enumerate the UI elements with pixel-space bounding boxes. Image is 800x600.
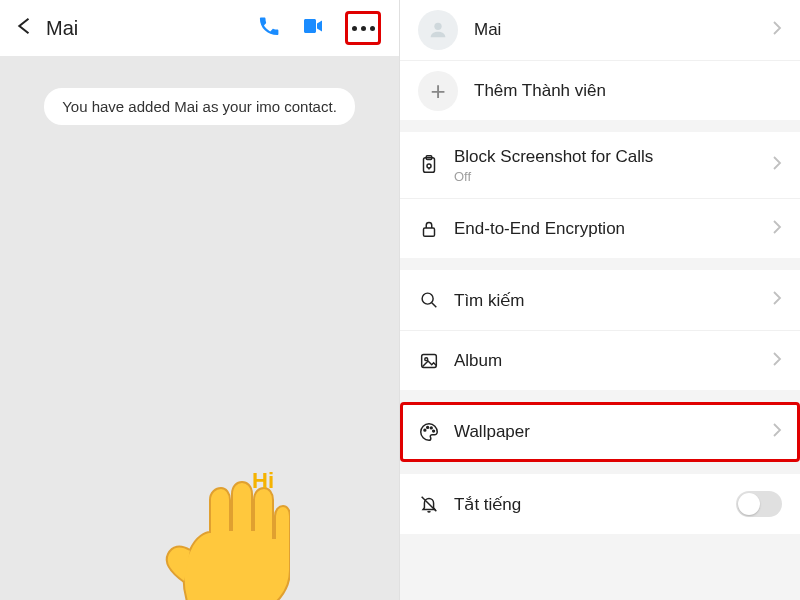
encryption-row[interactable]: End-to-End Encryption — [400, 198, 800, 258]
voice-call-icon[interactable] — [257, 14, 281, 42]
sticker-text: Hi — [252, 468, 274, 494]
mute-toggle[interactable] — [736, 491, 782, 517]
palette-icon — [418, 421, 454, 443]
video-call-icon[interactable] — [301, 14, 325, 42]
chevron-right-icon — [772, 20, 782, 40]
search-icon — [418, 289, 454, 311]
lock-icon — [418, 218, 454, 240]
bell-off-icon — [418, 493, 454, 515]
settings-panel: Mai + Thêm Thành viên Block Screenshot f… — [400, 0, 800, 600]
wallpaper-label: Wallpaper — [454, 422, 772, 442]
encryption-label: End-to-End Encryption — [454, 219, 772, 239]
wallpaper-row[interactable]: Wallpaper — [400, 402, 800, 462]
wave-sticker[interactable]: Hi — [150, 470, 290, 600]
add-member-row[interactable]: + Thêm Thành viên — [400, 60, 800, 120]
section-divider — [400, 120, 800, 132]
svg-point-5 — [422, 293, 433, 304]
chat-panel: Mai You have added Mai as your imo conta… — [0, 0, 400, 600]
section-divider — [400, 258, 800, 270]
add-member-label: Thêm Thành viên — [474, 81, 782, 101]
chevron-right-icon — [772, 290, 782, 310]
section-divider — [400, 462, 800, 474]
block-screenshot-row[interactable]: Block Screenshot for Calls Off — [400, 132, 800, 198]
clipboard-lock-icon — [418, 154, 454, 176]
image-icon — [418, 350, 454, 372]
svg-point-11 — [433, 430, 435, 432]
chat-title: Mai — [46, 17, 245, 40]
svg-point-7 — [425, 357, 428, 360]
chevron-right-icon — [772, 422, 782, 442]
search-label: Tìm kiếm — [454, 290, 772, 311]
chevron-right-icon — [772, 351, 782, 371]
chat-header: Mai — [0, 0, 399, 56]
album-label: Album — [454, 351, 772, 371]
search-row[interactable]: Tìm kiếm — [400, 270, 800, 330]
block-screenshot-status: Off — [454, 169, 772, 184]
svg-point-3 — [427, 164, 431, 168]
svg-point-10 — [430, 427, 432, 429]
chat-body: You have added Mai as your imo contact. … — [0, 56, 399, 600]
section-divider — [400, 390, 800, 402]
svg-rect-4 — [424, 228, 435, 236]
svg-point-9 — [427, 427, 429, 429]
header-actions — [257, 11, 387, 45]
svg-point-8 — [424, 429, 426, 431]
avatar-icon — [418, 10, 458, 50]
system-message: You have added Mai as your imo contact. — [44, 88, 355, 125]
contact-row[interactable]: Mai — [400, 0, 800, 60]
mute-row[interactable]: Tắt tiếng — [400, 474, 800, 534]
plus-icon: + — [418, 71, 458, 111]
contact-name: Mai — [474, 20, 772, 40]
back-icon[interactable] — [12, 15, 34, 41]
album-row[interactable]: Album — [400, 330, 800, 390]
more-options-icon[interactable] — [345, 11, 381, 45]
chevron-right-icon — [772, 219, 782, 239]
svg-point-0 — [434, 23, 441, 30]
chevron-right-icon — [772, 155, 782, 175]
block-screenshot-label: Block Screenshot for Calls — [454, 147, 772, 167]
mute-label: Tắt tiếng — [454, 494, 736, 515]
